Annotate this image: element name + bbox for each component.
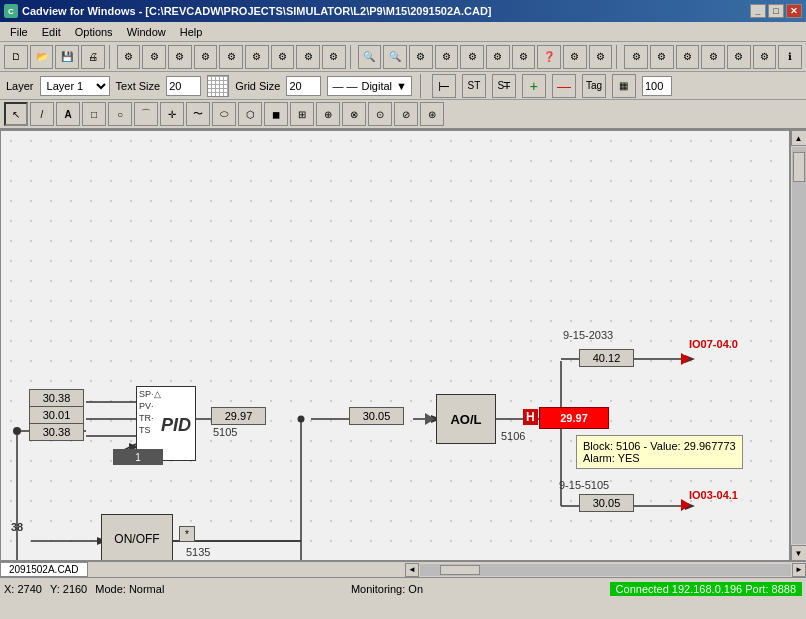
alarm-value-box[interactable]: 29.97 bbox=[539, 407, 609, 429]
hscroll-track[interactable] bbox=[420, 564, 791, 576]
menu-file[interactable]: File bbox=[4, 25, 34, 39]
scroll-left-button[interactable]: ◄ bbox=[405, 563, 419, 577]
open-button[interactable]: 📂 bbox=[30, 45, 54, 69]
tab-2091502a[interactable]: 2091502A.CAD bbox=[0, 562, 88, 577]
scroll-down-button[interactable]: ▼ bbox=[791, 545, 807, 561]
tb-btn21[interactable]: ❓ bbox=[537, 45, 561, 69]
canvas-area[interactable]: 30.38 30.01 30.38 38 SP·△ PV· TR· TS PID… bbox=[0, 130, 790, 561]
tag-label: Tag bbox=[586, 80, 602, 91]
value-30-05-right: 30.05 bbox=[579, 494, 634, 512]
new-button[interactable]: 🗋 bbox=[4, 45, 28, 69]
tb-btn12[interactable]: ⚙ bbox=[296, 45, 320, 69]
print-button[interactable]: 🖨 bbox=[81, 45, 105, 69]
tb-btn27[interactable]: ⚙ bbox=[701, 45, 725, 69]
menu-window[interactable]: Window bbox=[121, 25, 172, 39]
scroll-right-button[interactable]: ► bbox=[792, 563, 806, 577]
tb-btn14[interactable]: 🔍 bbox=[358, 45, 382, 69]
coord-x: X: 2740 bbox=[4, 583, 42, 595]
tool16[interactable]: ⊘ bbox=[394, 102, 418, 126]
tb-btn28[interactable]: ⚙ bbox=[727, 45, 751, 69]
toolbar2: Layer Layer 1 Text Size Grid Size — — Di… bbox=[0, 72, 806, 100]
tb-btn6[interactable]: ⚙ bbox=[142, 45, 166, 69]
cross-tool[interactable]: ✛ bbox=[160, 102, 184, 126]
date-2033: 9-15-2033 bbox=[563, 329, 613, 341]
arc-tool[interactable]: ⌒ bbox=[134, 102, 158, 126]
select-tool[interactable]: ↖ bbox=[4, 102, 28, 126]
tb-btn13[interactable]: ⚙ bbox=[322, 45, 346, 69]
menu-edit[interactable]: Edit bbox=[36, 25, 67, 39]
add-btn[interactable]: + bbox=[522, 74, 546, 98]
tb-btn18[interactable]: ⚙ bbox=[460, 45, 484, 69]
tb-btn26[interactable]: ⚙ bbox=[676, 45, 700, 69]
text-size-input[interactable] bbox=[166, 76, 201, 96]
scroll-track[interactable] bbox=[792, 147, 806, 544]
tag-btn[interactable]: Tag bbox=[582, 74, 606, 98]
star-box: * bbox=[179, 526, 195, 542]
align-btn3[interactable]: ST̶ bbox=[492, 74, 516, 98]
fill-tool[interactable]: ◼ bbox=[264, 102, 288, 126]
maximize-button[interactable]: □ bbox=[768, 4, 784, 18]
menu-help[interactable]: Help bbox=[174, 25, 209, 39]
onoff-block[interactable]: ON/OFF bbox=[101, 514, 173, 561]
close-button[interactable]: ✕ bbox=[786, 4, 802, 18]
tb-btn23[interactable]: ⚙ bbox=[589, 45, 613, 69]
arrow-to-aol bbox=[425, 413, 435, 425]
align-btn2[interactable]: ST bbox=[462, 74, 486, 98]
tool15[interactable]: ⊙ bbox=[368, 102, 392, 126]
poly-tool[interactable]: ⬡ bbox=[238, 102, 262, 126]
tb-btn10[interactable]: ⚙ bbox=[245, 45, 269, 69]
line-tool[interactable]: / bbox=[30, 102, 54, 126]
save-button[interactable]: 💾 bbox=[55, 45, 79, 69]
tb-btn17[interactable]: ⚙ bbox=[435, 45, 459, 69]
align-btn1[interactable]: ⊢ bbox=[432, 74, 456, 98]
tb-btn15[interactable]: 🔍 bbox=[383, 45, 407, 69]
tb-btn25[interactable]: ⚙ bbox=[650, 45, 674, 69]
tb-btn9[interactable]: ⚙ bbox=[219, 45, 243, 69]
window-title: Cadview for Windows - [C:\REVCADW\PROJEC… bbox=[22, 5, 492, 17]
tool13[interactable]: ⊕ bbox=[316, 102, 340, 126]
scroll-thumb[interactable] bbox=[793, 152, 805, 182]
menu-options[interactable]: Options bbox=[69, 25, 119, 39]
tb-btn8[interactable]: ⚙ bbox=[194, 45, 218, 69]
tb-btn24[interactable]: ⚙ bbox=[624, 45, 648, 69]
ellipse-tool[interactable]: ⬭ bbox=[212, 102, 236, 126]
mode-text: Mode: Normal bbox=[95, 583, 164, 595]
vertical-scrollbar[interactable]: ▲ ▼ bbox=[790, 130, 806, 561]
tb-btn16[interactable]: ⚙ bbox=[409, 45, 433, 69]
tool17[interactable]: ⊛ bbox=[420, 102, 444, 126]
coord-y: Y: 2160 bbox=[50, 583, 87, 595]
tb-btn11[interactable]: ⚙ bbox=[271, 45, 295, 69]
tb-btn22[interactable]: ⚙ bbox=[563, 45, 587, 69]
arrow-io03 bbox=[681, 499, 691, 511]
tag-value-input[interactable] bbox=[642, 76, 672, 96]
tb-btn19[interactable]: ⚙ bbox=[486, 45, 510, 69]
tb-btn20[interactable]: ⚙ bbox=[512, 45, 536, 69]
grid-size-input[interactable] bbox=[286, 76, 321, 96]
rect-tool[interactable]: □ bbox=[82, 102, 106, 126]
minimize-button[interactable]: _ bbox=[750, 4, 766, 18]
svg-point-17 bbox=[298, 416, 305, 423]
line-style-selector[interactable]: — — Digital ▼ bbox=[327, 76, 412, 96]
grid-btn[interactable]: ▦ bbox=[612, 74, 636, 98]
grid-size-label: Grid Size bbox=[235, 80, 280, 92]
wave-tool[interactable]: 〜 bbox=[186, 102, 210, 126]
circle-tool[interactable]: ○ bbox=[108, 102, 132, 126]
tb-btn29[interactable]: ⚙ bbox=[753, 45, 777, 69]
scroll-up-button[interactable]: ▲ bbox=[791, 130, 807, 146]
tab-bar: 2091502A.CAD bbox=[0, 562, 401, 577]
bitmap-tool[interactable]: ⊞ bbox=[290, 102, 314, 126]
layer-select[interactable]: Layer 1 bbox=[40, 76, 110, 96]
tb-btn7[interactable]: ⚙ bbox=[168, 45, 192, 69]
value-30-38-2: 30.38 bbox=[29, 423, 84, 441]
tb-btn30[interactable]: ℹ bbox=[778, 45, 802, 69]
tool14[interactable]: ⊗ bbox=[342, 102, 366, 126]
line-style-label: Digital bbox=[361, 80, 392, 92]
aol-block[interactable]: AO/L bbox=[436, 394, 496, 444]
text-tool[interactable]: A bbox=[56, 102, 80, 126]
remove-btn[interactable]: — bbox=[552, 74, 576, 98]
value-40-12: 40.12 bbox=[579, 349, 634, 367]
horizontal-scrollbar[interactable]: ◄ ► bbox=[405, 562, 806, 577]
hscroll-thumb[interactable] bbox=[440, 565, 480, 575]
toolbar1: 🗋 📂 💾 🖨 ⚙ ⚙ ⚙ ⚙ ⚙ ⚙ ⚙ ⚙ ⚙ 🔍 🔍 ⚙ ⚙ ⚙ ⚙ ⚙ … bbox=[0, 42, 806, 72]
tb-btn5[interactable]: ⚙ bbox=[117, 45, 141, 69]
